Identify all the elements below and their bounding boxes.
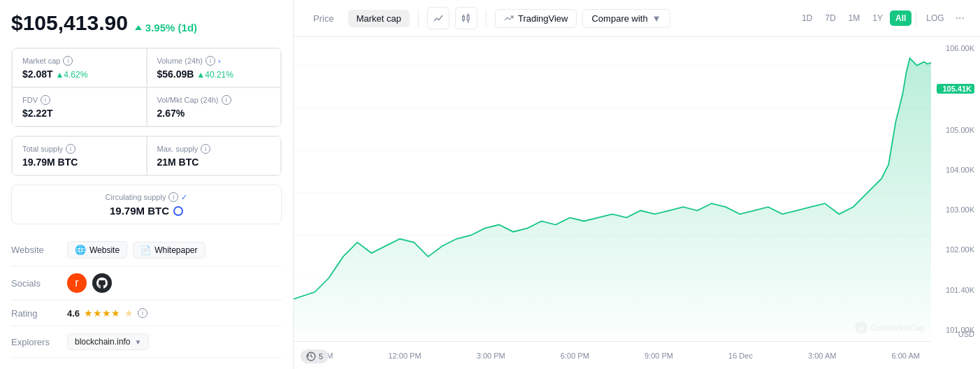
socials-row: Socials r bbox=[11, 266, 282, 301]
price-row: $105,413.90 3.95% (1d) bbox=[11, 11, 282, 35]
time-divider bbox=[916, 10, 916, 27]
fdv-cell: FDV i $2.22T bbox=[12, 87, 147, 126]
price-tab[interactable]: Price bbox=[305, 10, 343, 27]
price-chart-svg bbox=[294, 37, 931, 335]
chart-y-axis: 106.00K 105.41K 105.00K 104.00K 103.00K … bbox=[931, 37, 980, 341]
time-1d[interactable]: 1D bbox=[796, 10, 818, 26]
chart-x-axis: 9:00 AM 12:00 PM 3:00 PM 6:00 PM 9:00 PM… bbox=[294, 341, 931, 369]
website-label: Website bbox=[11, 245, 67, 255]
y-label-101-4k: 101.40K bbox=[937, 286, 974, 294]
history-count: 5 bbox=[319, 352, 323, 361]
circulating-supply-box: Circulating supply i ✓ 19.79M BTC bbox=[11, 184, 282, 224]
rating-row: Rating 4.6 ★★★★ ★ i bbox=[11, 301, 282, 326]
total-supply-info-icon[interactable]: i bbox=[66, 144, 75, 154]
usd-currency-label: USD bbox=[958, 330, 974, 338]
total-supply-label: Total supply i bbox=[22, 144, 136, 154]
vol-mkt-cap-cell: Vol/Mkt Cap (24h) i 2.67% bbox=[147, 87, 282, 126]
total-supply-cell: Total supply i 19.79M BTC bbox=[12, 136, 147, 175]
social-icons: r bbox=[67, 273, 112, 293]
right-panel: Price Market cap TradingView Compare wit… bbox=[294, 0, 980, 369]
price-value: $105,413.90 bbox=[11, 11, 128, 35]
rating-info-icon[interactable]: i bbox=[138, 308, 147, 318]
reddit-icon[interactable]: r bbox=[67, 273, 87, 293]
explorers-row: Explorers blockchain.info ▼ bbox=[11, 326, 282, 358]
document-icon: 📄 bbox=[140, 245, 151, 255]
x-label-6am: 6:00 AM bbox=[892, 352, 920, 360]
market-cap-label: Market cap i bbox=[22, 56, 136, 66]
time-1y[interactable]: 1Y bbox=[867, 10, 888, 26]
log-button[interactable]: LOG bbox=[921, 10, 949, 26]
vol-mkt-cap-value: 2.67% bbox=[157, 108, 271, 119]
circulating-label: Circulating supply i ✓ bbox=[22, 192, 271, 202]
chart-toolbar: Price Market cap TradingView Compare wit… bbox=[294, 0, 980, 37]
star-half: ★ bbox=[124, 308, 134, 319]
compare-chevron-icon: ▼ bbox=[652, 13, 661, 24]
tradingview-button[interactable]: TradingView bbox=[495, 9, 577, 28]
arrow-up-icon bbox=[135, 25, 142, 30]
svg-rect-0 bbox=[463, 16, 465, 20]
fdv-label: FDV i bbox=[22, 95, 136, 105]
volume-cell: Volume (24h) i › $56.09B ▲40.21% bbox=[147, 48, 282, 87]
vol-mkt-cap-info-icon[interactable]: i bbox=[222, 95, 231, 105]
market-cap-cell: Market cap i $2.08T ▲4.62% bbox=[12, 48, 147, 87]
github-icon[interactable] bbox=[92, 273, 112, 293]
stats-grid: Market cap i $2.08T ▲4.62% Volume (24h) … bbox=[11, 48, 282, 127]
fdv-value: $2.22T bbox=[22, 108, 136, 119]
time-7d[interactable]: 7D bbox=[819, 10, 841, 26]
explorers-label: Explorers bbox=[11, 337, 67, 347]
svg-rect-3 bbox=[467, 15, 469, 20]
line-chart-icon-btn[interactable] bbox=[427, 7, 449, 29]
y-label-105k: 105.00K bbox=[937, 126, 974, 134]
circle-icon bbox=[173, 206, 183, 216]
marketcap-tab[interactable]: Market cap bbox=[348, 10, 410, 27]
max-supply-info-icon[interactable]: i bbox=[201, 144, 210, 154]
max-supply-cell: Max. supply i 21M BTC bbox=[147, 136, 282, 175]
explorer-select[interactable]: blockchain.info ▼ bbox=[67, 333, 149, 350]
y-label-104k: 104.00K bbox=[937, 166, 974, 174]
market-cap-info-icon[interactable]: i bbox=[63, 56, 73, 66]
price-change-text: 3.95% (1d) bbox=[145, 22, 197, 34]
x-label-3am: 3:00 AM bbox=[808, 352, 836, 360]
circulating-info-icon[interactable]: i bbox=[168, 192, 178, 202]
vol-mkt-cap-label: Vol/Mkt Cap (24h) i bbox=[157, 95, 271, 105]
time-all[interactable]: All bbox=[890, 10, 911, 26]
time-1m[interactable]: 1M bbox=[843, 10, 866, 26]
fdv-info-icon[interactable]: i bbox=[41, 95, 50, 105]
whitepaper-button[interactable]: 📄 Whitepaper bbox=[133, 242, 205, 259]
market-cap-value: $2.08T ▲4.62% bbox=[22, 68, 136, 80]
x-label-6pm: 6:00 PM bbox=[561, 352, 589, 360]
volume-arrow-icon[interactable]: › bbox=[218, 57, 221, 65]
left-panel: $105,413.90 3.95% (1d) Market cap i $2.0… bbox=[0, 0, 294, 369]
rating-number: 4.6 bbox=[67, 308, 80, 319]
more-options-button[interactable]: ··· bbox=[951, 9, 969, 27]
website-row: Website 🌐 Website 📄 Whitepaper bbox=[11, 234, 282, 266]
max-supply-label: Max. supply i bbox=[157, 144, 271, 154]
socials-label: Socials bbox=[11, 278, 67, 289]
chart-container: 106.00K 105.41K 105.00K 104.00K 103.00K … bbox=[294, 37, 980, 369]
total-supply-value: 19.79M BTC bbox=[22, 157, 136, 168]
coinmarketcap-watermark: M CoinMarketCap bbox=[855, 321, 924, 334]
y-label-103k: 103.00K bbox=[937, 205, 974, 214]
supply-grid: Total supply i 19.79M BTC Max. supply i … bbox=[11, 136, 282, 176]
y-label-106k: 106.00K bbox=[937, 44, 974, 52]
stars-full: ★★★★ bbox=[84, 308, 120, 319]
volume-info-icon[interactable]: i bbox=[206, 56, 215, 66]
website-button[interactable]: 🌐 Website bbox=[67, 241, 127, 259]
price-change: 3.95% (1d) bbox=[135, 22, 197, 34]
toolbar-divider-1 bbox=[418, 10, 419, 27]
verified-icon: ✓ bbox=[181, 193, 187, 202]
globe-icon: 🌐 bbox=[75, 245, 86, 255]
chevron-down-icon: ▼ bbox=[134, 338, 141, 346]
rating-content: 4.6 ★★★★ ★ i bbox=[67, 308, 147, 319]
time-buttons: 1D 7D 1M 1Y All LOG ··· bbox=[796, 9, 969, 27]
candlestick-icon-btn[interactable] bbox=[455, 7, 477, 29]
max-supply-value: 21M BTC bbox=[157, 157, 271, 168]
compare-button[interactable]: Compare with ▼ bbox=[582, 9, 670, 28]
history-badge[interactable]: 5 bbox=[301, 349, 329, 363]
svg-text:M: M bbox=[858, 326, 863, 332]
y-label-102k: 102.00K bbox=[937, 245, 974, 254]
toolbar-divider-2 bbox=[486, 10, 487, 27]
x-label-3pm: 3:00 PM bbox=[477, 352, 505, 360]
x-label-16dec: 16 Dec bbox=[728, 352, 753, 360]
volume-label: Volume (24h) i › bbox=[157, 56, 271, 66]
